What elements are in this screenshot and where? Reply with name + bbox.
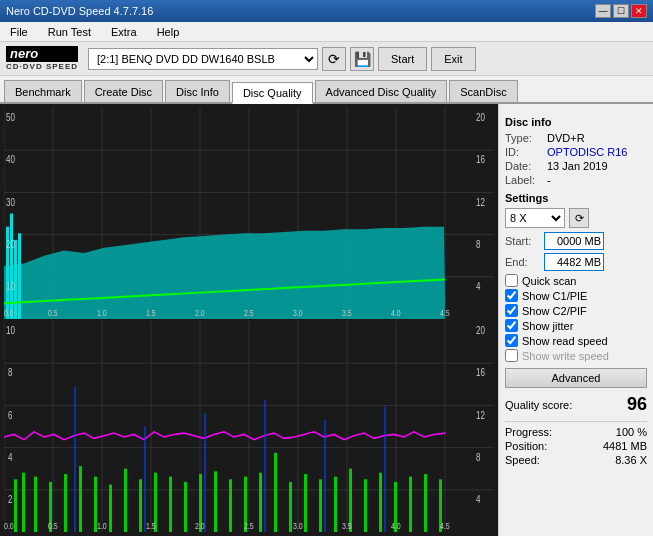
disc-label-value: -	[547, 174, 551, 186]
title-bar-title: Nero CD-DVD Speed 4.7.7.16	[6, 5, 153, 17]
svg-text:0.5: 0.5	[48, 521, 58, 531]
svg-text:2.5: 2.5	[244, 521, 254, 531]
tab-create-disc[interactable]: Create Disc	[84, 80, 163, 102]
svg-rect-80	[379, 473, 382, 532]
svg-text:6: 6	[8, 410, 12, 421]
top-chart: 50 40 30 20 10 20 16 12 8 4 0.0 0.5 1.0 …	[4, 108, 494, 319]
svg-text:1.0: 1.0	[97, 521, 107, 531]
bottom-chart: 10 8 6 4 2 20 16 12 8 4 0.0 0.5 1.0 1.5 …	[4, 321, 494, 532]
progress-section: Progress: 100 % Position: 4481 MB Speed:…	[505, 421, 647, 466]
show-c2pif-label: Show C2/PIF	[522, 305, 587, 317]
toolbar: nero CD·DVD SPEED [2:1] BENQ DVD DD DW16…	[0, 42, 653, 76]
svg-text:10: 10	[6, 281, 15, 292]
quick-scan-row: Quick scan	[505, 274, 647, 287]
svg-text:2.0: 2.0	[195, 521, 205, 531]
speed-row: 8 X ⟳	[505, 208, 647, 228]
svg-text:20: 20	[476, 112, 485, 123]
show-jitter-checkbox[interactable]	[505, 319, 518, 332]
show-read-speed-checkbox[interactable]	[505, 334, 518, 347]
disc-type-value: DVD+R	[547, 132, 585, 144]
menu-extra[interactable]: Extra	[105, 24, 143, 40]
svg-rect-86	[144, 427, 146, 533]
app-title: Nero CD-DVD Speed 4.7.7.16	[6, 5, 153, 17]
start-label: Start:	[505, 235, 540, 247]
close-button[interactable]: ✕	[631, 4, 647, 18]
svg-text:3.5: 3.5	[342, 521, 352, 531]
svg-text:8: 8	[8, 367, 12, 378]
refresh-icon-button[interactable]: ⟳	[322, 47, 346, 71]
show-jitter-label: Show jitter	[522, 320, 573, 332]
svg-rect-55	[14, 479, 17, 532]
nero-logo: nero CD·DVD SPEED	[6, 46, 78, 71]
quick-scan-label: Quick scan	[522, 275, 576, 287]
svg-rect-83	[424, 474, 427, 532]
start-input[interactable]	[544, 232, 604, 250]
speed-select[interactable]: 8 X	[505, 208, 565, 228]
svg-text:4: 4	[476, 494, 480, 505]
position-value: 4481 MB	[603, 440, 647, 452]
svg-text:3.0: 3.0	[293, 521, 303, 531]
title-bar: Nero CD-DVD Speed 4.7.7.16 — ☐ ✕	[0, 0, 653, 22]
svg-text:4.5: 4.5	[440, 308, 450, 318]
show-c1pie-checkbox[interactable]	[505, 289, 518, 302]
svg-text:4.5: 4.5	[440, 521, 450, 531]
tab-advanced-disc-quality[interactable]: Advanced Disc Quality	[315, 80, 448, 102]
position-row: Position: 4481 MB	[505, 440, 647, 452]
disc-date-label: Date:	[505, 160, 543, 172]
svg-rect-79	[364, 479, 367, 532]
svg-text:0.0: 0.0	[4, 521, 14, 531]
speed-label: Speed:	[505, 454, 540, 466]
svg-rect-63	[124, 469, 127, 532]
drive-select[interactable]: [2:1] BENQ DVD DD DW1640 BSLB	[88, 48, 318, 70]
svg-rect-72	[259, 473, 262, 532]
speed-refresh-icon[interactable]: ⟳	[569, 208, 589, 228]
svg-text:2.5: 2.5	[244, 308, 254, 318]
svg-text:0.0: 0.0	[4, 308, 14, 318]
svg-rect-82	[409, 477, 412, 532]
show-jitter-row: Show jitter	[505, 319, 647, 332]
quick-scan-checkbox[interactable]	[505, 274, 518, 287]
show-write-speed-row: Show write speed	[505, 349, 647, 362]
start-button[interactable]: Start	[378, 47, 427, 71]
menu-run-test[interactable]: Run Test	[42, 24, 97, 40]
menu-help[interactable]: Help	[151, 24, 186, 40]
title-bar-controls[interactable]: — ☐ ✕	[595, 4, 647, 18]
svg-text:16: 16	[476, 367, 485, 378]
tab-disc-info[interactable]: Disc Info	[165, 80, 230, 102]
svg-text:8: 8	[476, 452, 480, 463]
tab-scan-disc[interactable]: ScanDisc	[449, 80, 517, 102]
disc-date-value: 13 Jan 2019	[547, 160, 608, 172]
svg-text:1.5: 1.5	[146, 521, 156, 531]
maximize-button[interactable]: ☐	[613, 4, 629, 18]
speed-row-prog: Speed: 8.36 X	[505, 454, 647, 466]
show-write-speed-checkbox[interactable]	[505, 349, 518, 362]
tab-disc-quality[interactable]: Disc Quality	[232, 82, 313, 104]
svg-text:40: 40	[6, 154, 15, 165]
svg-rect-19	[18, 233, 21, 319]
minimize-button[interactable]: —	[595, 4, 611, 18]
quality-score-row: Quality score: 96	[505, 394, 647, 415]
disc-id-label: ID:	[505, 146, 543, 158]
disc-type-row: Type: DVD+R	[505, 132, 647, 144]
start-row: Start:	[505, 232, 647, 250]
svg-text:4: 4	[476, 281, 480, 292]
tab-benchmark[interactable]: Benchmark	[4, 80, 82, 102]
exit-button[interactable]: Exit	[431, 47, 475, 71]
progress-row: Progress: 100 %	[505, 426, 647, 438]
svg-text:12: 12	[476, 410, 485, 421]
end-label: End:	[505, 256, 540, 268]
svg-text:20: 20	[476, 325, 485, 336]
bottom-chart-svg: 10 8 6 4 2 20 16 12 8 4 0.0 0.5 1.0 1.5 …	[4, 321, 494, 532]
end-input[interactable]	[544, 253, 604, 271]
svg-text:3.0: 3.0	[293, 308, 303, 318]
advanced-button[interactable]: Advanced	[505, 368, 647, 388]
svg-rect-75	[304, 474, 307, 532]
svg-rect-74	[289, 482, 292, 532]
save-icon-button[interactable]: 💾	[350, 47, 374, 71]
menu-file[interactable]: File	[4, 24, 34, 40]
svg-rect-57	[34, 477, 37, 532]
quality-score-value: 96	[627, 394, 647, 415]
svg-text:12: 12	[476, 197, 485, 208]
show-c2pif-checkbox[interactable]	[505, 304, 518, 317]
svg-rect-73	[274, 453, 277, 532]
